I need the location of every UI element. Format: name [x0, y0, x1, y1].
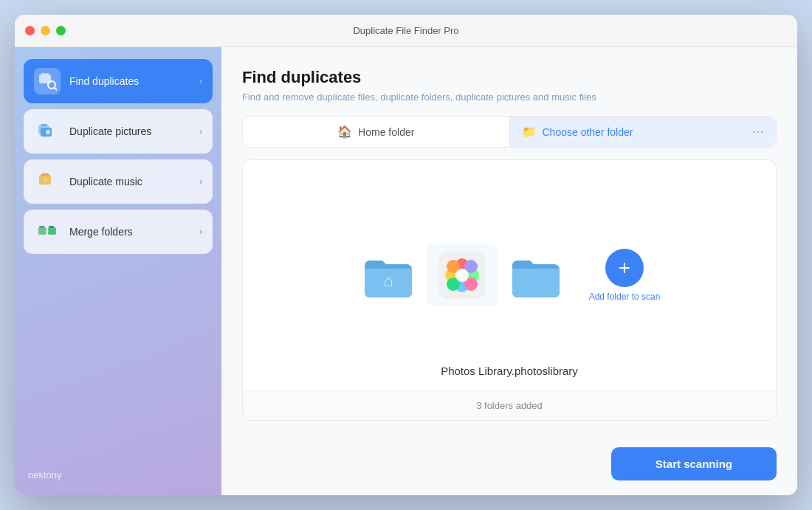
folder-item-plain[interactable]: [506, 250, 565, 300]
folder-status: 3 folders added: [243, 390, 776, 420]
close-button[interactable]: [25, 26, 35, 35]
home-folder-icon: 🏠: [337, 125, 352, 139]
chevron-right-icon-4: ›: [199, 227, 202, 237]
action-bar: Start scanning: [221, 435, 797, 495]
svg-line-3: [55, 88, 57, 90]
plain-folder-svg: [506, 250, 565, 300]
photos-folder-svg: [433, 250, 492, 300]
add-circle-icon: +: [605, 249, 644, 287]
tab-choose-other-folder[interactable]: 📁 Choose other folder ⋯: [510, 117, 777, 147]
titlebar: Duplicate File Finder Pro: [15, 15, 797, 47]
sidebar-label-duplicate-pictures: Duplicate pictures: [69, 125, 190, 137]
content-inner: Find duplicates Find and remove duplicat…: [221, 47, 797, 435]
duplicate-music-icon: ♫: [34, 168, 61, 195]
add-folder-button[interactable]: + Add folder to scan: [589, 249, 661, 302]
folder-item-home[interactable]: ⌂: [359, 250, 418, 300]
folders-added-count: 3 folders added: [476, 400, 543, 411]
sidebar-item-merge-folders[interactable]: Merge folders ›: [24, 210, 213, 254]
svg-point-7: [46, 130, 50, 134]
folder-caption: Photos Library.photoslibrary: [441, 365, 578, 377]
minimize-button[interactable]: [41, 26, 50, 35]
sidebar-label-duplicate-music: Duplicate music: [69, 176, 190, 187]
window-title: Duplicate File Finder Pro: [353, 25, 458, 36]
sidebar: Find duplicates › Duplicate pictures ›: [15, 47, 221, 495]
folder-icons-section: ⌂: [243, 160, 776, 390]
traffic-lights: [25, 26, 66, 35]
sidebar-label-merge-folders: Merge folders: [69, 226, 190, 238]
svg-rect-5: [41, 124, 47, 126]
svg-rect-13: [48, 227, 56, 235]
folder-icon: 📁: [522, 125, 537, 139]
sidebar-items: Find duplicates › Duplicate pictures ›: [24, 59, 213, 254]
content-area: Find duplicates Find and remove duplicat…: [221, 47, 797, 495]
folder-item-photos[interactable]: [427, 244, 498, 306]
svg-text:♫: ♫: [43, 176, 48, 184]
folder-area: ⌂: [242, 159, 777, 421]
svg-text:⌂: ⌂: [383, 272, 393, 290]
svg-rect-12: [39, 226, 44, 228]
svg-rect-14: [49, 226, 54, 228]
page-subtitle: Find and remove duplicate files, duplica…: [242, 92, 777, 103]
merge-folders-icon: [34, 218, 61, 245]
chevron-right-icon-2: ›: [199, 126, 202, 137]
chevron-right-icon-3: ›: [199, 176, 202, 187]
start-scanning-button[interactable]: Start scanning: [611, 447, 777, 480]
tab-menu-icon[interactable]: ⋯: [752, 125, 764, 139]
main-layout: Find duplicates › Duplicate pictures ›: [15, 47, 797, 495]
tab-home-folder-label: Home folder: [358, 126, 414, 138]
chevron-right-icon: ›: [199, 76, 202, 86]
tab-home-folder[interactable]: 🏠 Home folder: [243, 117, 509, 147]
page-title: Find duplicates: [242, 68, 777, 87]
svg-rect-1: [41, 73, 49, 75]
sidebar-item-duplicate-music[interactable]: ♫ Duplicate music ›: [24, 159, 213, 204]
home-folder-svg: ⌂: [359, 250, 418, 300]
sidebar-item-duplicate-pictures[interactable]: Duplicate pictures ›: [24, 109, 213, 154]
add-folder-label: Add folder to scan: [589, 292, 661, 302]
svg-rect-11: [38, 227, 47, 235]
svg-rect-9: [41, 173, 49, 176]
svg-point-25: [455, 269, 469, 282]
find-duplicates-icon: [34, 68, 61, 94]
tab-choose-other-folder-label: Choose other folder: [543, 126, 633, 138]
sidebar-item-find-duplicates[interactable]: Find duplicates ›: [24, 59, 213, 103]
brand-label: nektony: [24, 466, 213, 483]
app-window: Duplicate File Finder Pro Find duplicate…: [15, 15, 797, 495]
duplicate-pictures-icon: [34, 118, 61, 145]
sidebar-label-find-duplicates: Find duplicates: [69, 75, 190, 87]
maximize-button[interactable]: [56, 26, 66, 35]
tab-bar: 🏠 Home folder 📁 Choose other folder ⋯: [242, 116, 777, 148]
